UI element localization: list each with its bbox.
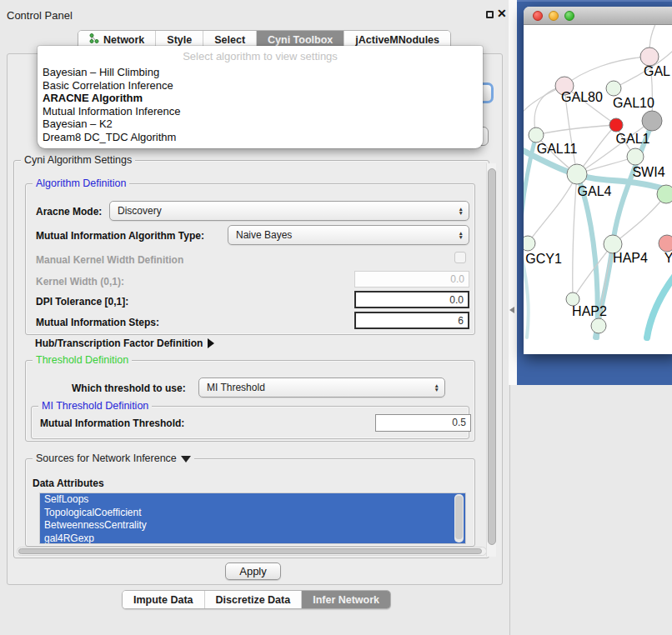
algorithm-option[interactable]: Bayesian – Hill Climbing [43, 66, 478, 79]
algorithm-option[interactable]: Dream8 DC_TDC Algorithm [43, 131, 478, 144]
mi-steps-field[interactable]: 6 [354, 312, 469, 329]
network-node[interactable] [609, 118, 623, 132]
algorithm-popup-list: Bayesian – Hill ClimbingBasic Correlatio… [43, 66, 478, 143]
kernel-width-field[interactable]: 0.0 [354, 271, 469, 288]
aracne-mode-label: Aracne Mode: [36, 206, 102, 218]
algorithm-option[interactable]: Basic Correlation Inference [43, 79, 478, 92]
stepper-icon: ▲▼ [434, 383, 439, 392]
network-node[interactable] [640, 48, 659, 66]
control-panel: Control Panel ✕ Network Style Select Cyn… [0, 0, 510, 635]
algorithm-popup-placeholder: Select algorithm to view settings [38, 46, 483, 62]
network-node[interactable] [659, 235, 672, 252]
algorithm-definition-title: Algorithm Definition [33, 178, 129, 189]
settings-group-title: Cyni Algorithm Settings [21, 154, 135, 166]
node-label: HAP4 [613, 251, 648, 265]
network-node[interactable] [524, 236, 535, 251]
which-threshold-label: Which threshold to use: [72, 382, 186, 394]
dpi-tolerance-label: DPI Tolerance [0,1]: [36, 296, 128, 308]
float-panel-icon[interactable] [486, 11, 494, 18]
mi-steps-label: Mutual Information Steps: [36, 317, 159, 328]
node-label: GAL10 [613, 96, 654, 110]
network-node[interactable] [642, 111, 662, 131]
sources-group: Sources for Network Inference Data Attri… [25, 458, 475, 547]
close-window-icon[interactable] [533, 11, 543, 21]
minimize-window-icon[interactable] [549, 11, 559, 21]
apply-button[interactable]: Apply [225, 562, 281, 580]
algorithm-option[interactable]: Bayesian – K2 [43, 118, 478, 131]
zoom-window-icon[interactable] [564, 11, 574, 21]
splitter-collapse-icon[interactable] [509, 307, 514, 313]
control-panel-title: Control Panel [7, 9, 73, 22]
tab-infer-network[interactable]: Infer Network [302, 591, 390, 608]
mi-type-label: Mutual Information Algorithm Type: [36, 230, 204, 242]
which-threshold-select[interactable]: MI Threshold ▲▼ [198, 378, 445, 398]
stepper-icon: ▲▼ [459, 231, 464, 239]
attribute-item[interactable]: TopologicalCoefficient [40, 507, 465, 520]
network-node[interactable] [657, 185, 672, 203]
hub-definition-toggle[interactable]: Hub/Transcription Factor Definition [35, 338, 214, 349]
stepper-icon: ▲▼ [459, 207, 464, 215]
algorithm-option[interactable]: ARACNE Algorithm [43, 92, 478, 105]
threshold-definition-title: Threshold Definition [33, 354, 132, 366]
tab-discretize-data[interactable]: Discretize Data [205, 591, 303, 608]
data-attributes-label: Data Attributes [33, 478, 104, 489]
node-label: SWI4 [632, 165, 664, 179]
mi-threshold-group-title: MI Threshold Definition [38, 400, 152, 412]
settings-vscrollbar[interactable] [486, 163, 496, 557]
node-label: GCY1 [525, 252, 562, 266]
mi-type-select[interactable]: Naive Bayes ▲▼ [228, 225, 469, 245]
expand-right-icon [208, 338, 214, 348]
dpi-tolerance-field[interactable]: 0.0 [354, 291, 469, 308]
network-node[interactable] [529, 128, 544, 142]
network-icon [89, 33, 99, 46]
settings-hscrollbar[interactable] [17, 547, 487, 556]
manual-kernel-label: Manual Kernel Width Definition [36, 254, 183, 266]
node-label: GAL4 [578, 184, 612, 198]
network-node[interactable] [591, 318, 606, 333]
node-label: Y [664, 251, 672, 265]
aracne-mode-select[interactable]: Discovery ▲▼ [109, 201, 469, 221]
algorithm-option[interactable]: Mutual Information Inference [43, 105, 478, 118]
network-node[interactable] [627, 148, 644, 165]
kernel-width-label: Kernel Width (0,1): [36, 276, 124, 288]
sources-group-title: Sources for Network Inference [33, 452, 194, 464]
mi-threshold-label: Mutual Information Threshold: [40, 418, 184, 429]
node-label: GAL11 [537, 142, 578, 156]
mi-threshold-field[interactable]: 0.5 [375, 414, 471, 432]
cyni-bottom-tabs: Impute Data Discretize Data Infer Networ… [122, 590, 391, 609]
network-view-window: GALGAL80GAL10GAL11GAL1SWI4GAL4GCY1HAP4YH… [524, 7, 672, 354]
collapse-down-icon [181, 456, 191, 462]
panel-splitter[interactable] [509, 0, 517, 385]
network-node[interactable] [606, 81, 621, 96]
network-window-titlebar[interactable] [524, 7, 672, 25]
attribute-item[interactable]: SelfLoops [40, 493, 465, 507]
close-panel-icon[interactable]: ✕ [497, 7, 507, 20]
attributes-scrollbar[interactable] [454, 494, 464, 542]
node-label: HAP2 [572, 304, 607, 318]
mi-threshold-group: MI Threshold Definition Mutual Informati… [31, 406, 469, 439]
node-label: GAL80 [561, 90, 603, 104]
network-node[interactable] [567, 164, 587, 184]
node-label: GAL [644, 64, 670, 78]
threshold-definition-group: Threshold Definition Which threshold to … [25, 360, 475, 442]
algorithm-popup: Select algorithm to view settings Bayesi… [38, 46, 483, 148]
node-label: GAL1 [616, 132, 650, 146]
network-canvas[interactable]: GALGAL80GAL10GAL11GAL1SWI4GAL4GCY1HAP4YH… [524, 25, 672, 354]
attribute-item[interactable]: BetweennessCentrality [40, 519, 465, 532]
manual-kernel-checkbox[interactable] [454, 252, 466, 263]
algorithm-definition-group: Algorithm Definition Aracne Mode: Discov… [25, 183, 475, 335]
tab-impute-data[interactable]: Impute Data [123, 591, 205, 608]
attribute-item[interactable]: gal4RGexp [40, 532, 465, 545]
attributes-list[interactable]: SelfLoopsTopologicalCoefficientBetweenne… [39, 492, 466, 544]
